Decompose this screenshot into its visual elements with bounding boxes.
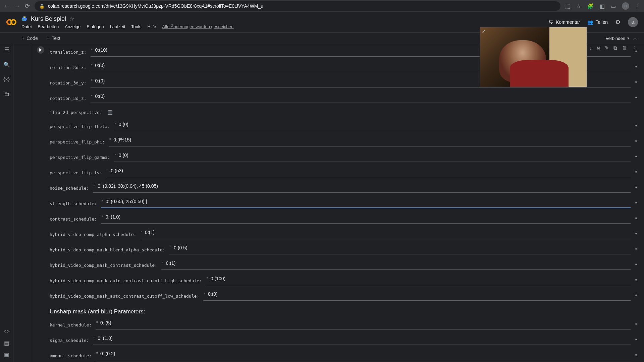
param-row: hybrid_video_comp_alpha_schedule:"" [50, 227, 637, 242]
files-icon[interactable]: 🗀 [3, 91, 10, 97]
chevron-down-icon: ▾ [627, 36, 629, 41]
param-row: hybrid_video_comp_mask_blend_alpha_sched… [50, 242, 637, 257]
share-button[interactable]: 👥 Teilen [587, 19, 608, 25]
param-input[interactable] [166, 260, 631, 266]
comment-icon: 🗨 [549, 19, 553, 25]
collapse-icon[interactable]: ︿ [633, 36, 637, 41]
webcam-overlay[interactable]: ⤢ [480, 27, 587, 87]
url-bar[interactable]: 🔒 colab.research.google.com/drive/13G9KH… [35, 1, 560, 11]
quote-open: " [114, 153, 119, 158]
star-icon[interactable]: ☆ [69, 16, 74, 22]
back-icon[interactable]: ← [3, 3, 9, 10]
side-panel-icon[interactable]: ◧ [600, 3, 605, 9]
comment-button[interactable]: 🗨 Kommentar [549, 19, 580, 25]
param-row: perspective_flip_gamma:"" [50, 149, 637, 165]
terminal-icon[interactable]: ▤ [3, 340, 10, 346]
quote-open: " [109, 137, 113, 142]
menu-anzeige[interactable]: Anzeige [65, 24, 80, 29]
quote-close: " [635, 96, 637, 101]
quote-close: " [635, 170, 637, 175]
quote-close: " [635, 217, 637, 222]
menu-laufzeit[interactable]: Laufzeit [110, 24, 125, 29]
form-cell: translation_z:""rotation_3d_x:""rotation… [50, 44, 637, 362]
param-label: hybrid_video_comp_mask_auto_contrast_cut… [50, 294, 201, 299]
param-input-wrap: " [114, 122, 631, 131]
reload-icon[interactable]: ⟳ [25, 2, 30, 10]
quote-open: " [101, 215, 106, 220]
variables-icon[interactable]: {x} [3, 76, 10, 82]
param-input[interactable] [98, 183, 631, 189]
browser-menu-icon[interactable]: ⋮ [635, 3, 641, 9]
menu-einfuegen[interactable]: Einfügen [87, 24, 104, 29]
param-label: perspective_flip_phi: [50, 139, 106, 144]
doc-title[interactable]: Kurs Beispiel [31, 15, 66, 22]
toc-icon[interactable]: ☰ [3, 46, 10, 53]
code-snippets-icon[interactable]: <> [3, 328, 10, 335]
param-input[interactable] [211, 276, 631, 281]
user-avatar[interactable]: a [628, 17, 638, 27]
panel-icon[interactable]: ▭ [611, 3, 616, 9]
quote-open: " [114, 122, 119, 127]
quote-open: " [206, 276, 211, 281]
param-input[interactable] [119, 122, 631, 127]
quote-open: " [169, 245, 174, 250]
quote-close: " [635, 80, 637, 85]
param-input[interactable] [113, 137, 631, 142]
param-row: hybrid_video_comp_mask_contrast_schedule… [50, 257, 637, 273]
param-label: flip_2d_perspective: [50, 110, 104, 115]
param-input[interactable] [95, 94, 631, 99]
plus-icon: + [47, 35, 50, 41]
param-input[interactable] [106, 199, 631, 204]
menu-tools[interactable]: Tools [131, 24, 141, 29]
connect-button[interactable]: Verbinden ▾ [605, 36, 629, 41]
cell-gutter [13, 44, 32, 362]
search-icon[interactable]: 🔍 [3, 61, 10, 68]
browser-avatar[interactable]: a [622, 2, 629, 10]
run-cell-button[interactable] [37, 46, 44, 54]
param-input[interactable] [100, 320, 631, 325]
flip-2d-checkbox[interactable] [108, 110, 112, 115]
add-text-button[interactable]: + Text [43, 34, 64, 43]
param-input-wrap: " [106, 168, 631, 177]
param-label: strength_schedule: [50, 201, 98, 206]
param-input[interactable] [174, 245, 631, 250]
param-input[interactable] [106, 214, 631, 220]
param-input[interactable] [111, 168, 631, 173]
install-icon[interactable]: ⬚ [565, 3, 570, 9]
quote-open: " [91, 78, 95, 83]
quote-close: " [635, 65, 637, 70]
param-label: hybrid_video_comp_mask_blend_alpha_sched… [50, 247, 166, 252]
param-input-wrap: " [203, 291, 631, 301]
quote-close: " [635, 353, 637, 358]
param-row-checkbox: flip_2d_perspective: [50, 106, 637, 119]
quote-open: " [93, 184, 98, 189]
param-input-wrap: " [114, 153, 631, 162]
quote-open: " [140, 230, 145, 235]
colab-logo-icon[interactable] [6, 17, 17, 27]
param-input[interactable] [208, 291, 631, 297]
quote-close: " [635, 201, 637, 206]
expand-icon[interactable]: ⤢ [482, 29, 485, 34]
bookmark-icon[interactable]: ☆ [576, 3, 581, 9]
menu-bar: Datei Bearbeiten Anzeige Einfügen Laufze… [21, 24, 234, 29]
param-row: sigma_schedule:"" [50, 333, 637, 348]
extensions-icon[interactable]: 🧩 [587, 3, 594, 9]
menu-bearbeiten[interactable]: Bearbeiten [38, 24, 59, 29]
param-row: amount_schedule:"" [50, 348, 637, 362]
param-input[interactable] [98, 336, 631, 341]
menu-datei[interactable]: Datei [21, 24, 32, 29]
param-label: amount_schedule: [50, 353, 93, 358]
quote-close: " [635, 322, 637, 327]
command-palette-icon[interactable]: ▣ [3, 352, 10, 358]
param-row: hybrid_video_comp_mask_auto_contrast_cut… [50, 288, 637, 304]
add-code-button[interactable]: + Code [17, 34, 42, 43]
forward-icon[interactable]: → [14, 3, 20, 10]
param-input[interactable] [119, 153, 631, 158]
saved-message[interactable]: Alle Änderungen wurden gespeichert [162, 24, 233, 29]
settings-icon[interactable]: ⚙ [615, 18, 621, 26]
param-input[interactable] [100, 351, 631, 356]
menu-hilfe[interactable]: Hilfe [147, 24, 156, 29]
quote-close: " [635, 247, 637, 252]
param-input[interactable] [145, 230, 631, 235]
people-icon: 👥 [587, 19, 593, 25]
